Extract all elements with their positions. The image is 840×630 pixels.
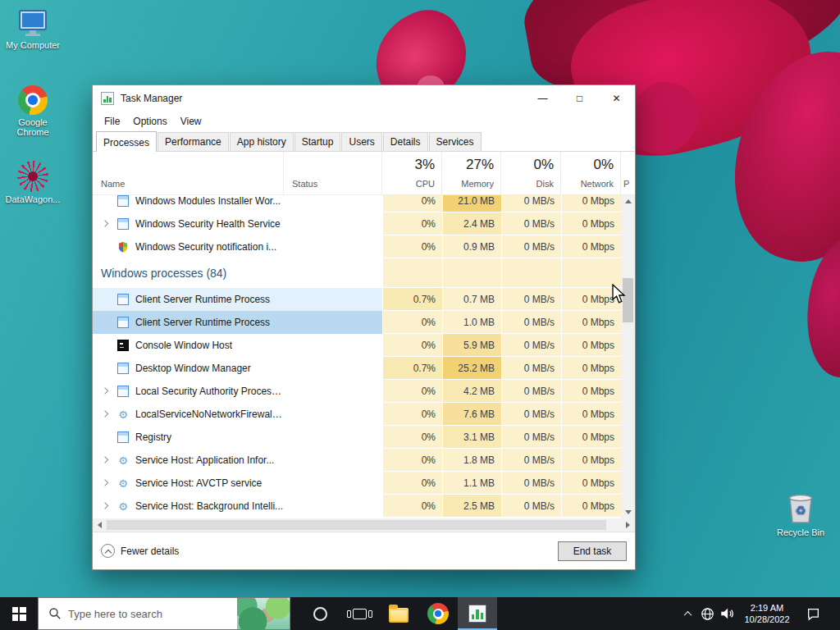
process-row[interactable]: Windows Security notification i... 0% 0.… bbox=[93, 235, 621, 258]
process-row[interactable]: LocalServiceNoNetworkFirewall ... 0% 7.6… bbox=[93, 403, 621, 426]
app-icon bbox=[117, 386, 129, 397]
process-row[interactable]: Windows Security Health Service 0% 2.4 M… bbox=[93, 212, 621, 235]
column-header-name[interactable]: Name bbox=[93, 152, 284, 194]
desktop-icon-my-computer[interactable]: My Computer bbox=[2, 8, 64, 50]
scroll-right-button[interactable] bbox=[621, 518, 635, 532]
column-header-memory[interactable]: 27% Memory bbox=[442, 152, 501, 194]
expand-chevron-icon[interactable] bbox=[102, 387, 108, 394]
tab-users[interactable]: Users bbox=[341, 132, 381, 151]
process-name: Local Security Authority Process... bbox=[135, 386, 284, 397]
network-tray-button[interactable] bbox=[697, 597, 717, 630]
expand-chevron-icon[interactable] bbox=[102, 479, 108, 486]
horizontal-scrollbar-thumb[interactable] bbox=[107, 520, 606, 530]
disk-cell: 0 MB/s bbox=[501, 449, 561, 472]
disk-cell: 0 MB/s bbox=[501, 235, 561, 258]
fewer-details-toggle[interactable]: Fewer details bbox=[101, 544, 179, 558]
memory-cell: 7.6 MB bbox=[442, 403, 501, 426]
tab-performance[interactable]: Performance bbox=[158, 132, 229, 151]
network-cell: 0 Mbps bbox=[561, 235, 621, 258]
cpu-cell: 0% bbox=[382, 195, 442, 212]
column-header-network[interactable]: 0% Network bbox=[561, 152, 621, 194]
tab-app-history[interactable]: App history bbox=[230, 132, 294, 151]
status-cell bbox=[284, 311, 382, 334]
column-header-status[interactable]: Status bbox=[284, 152, 382, 194]
task-manager-icon bbox=[468, 605, 486, 623]
taskbar-clock[interactable]: 2:19 AM 10/28/2022 bbox=[737, 602, 797, 625]
recycle-bin-icon: ♻ bbox=[769, 491, 832, 525]
disk-cell: 0 MB/s bbox=[501, 212, 561, 235]
disk-cell: 0 MB/s bbox=[501, 195, 561, 212]
column-header-cpu[interactable]: 3% CPU bbox=[382, 152, 442, 194]
process-row[interactable]: Service Host: Application Infor... 0% 1.… bbox=[93, 449, 621, 472]
process-name: Service Host: AVCTP service bbox=[135, 477, 262, 489]
disk-cell: 0 MB/s bbox=[501, 472, 561, 495]
process-row[interactable]: Desktop Window Manager 0.7% 25.2 MB 0 MB… bbox=[93, 357, 621, 380]
process-row-selected[interactable]: Client Server Runtime Process 0% 1.0 MB … bbox=[93, 311, 621, 334]
expand-chevron-icon[interactable] bbox=[102, 410, 108, 417]
disk-cell: 0 MB/s bbox=[501, 403, 561, 426]
desktop-icon-label: DataWagon... bbox=[2, 194, 64, 204]
title-bar[interactable]: Task Manager — □ ✕ bbox=[93, 85, 635, 112]
start-button[interactable] bbox=[0, 597, 38, 630]
cpu-cell: 0% bbox=[382, 235, 442, 258]
process-row[interactable]: Service Host: AVCTP service 0% 1.1 MB 0 … bbox=[93, 472, 621, 495]
search-input[interactable] bbox=[68, 608, 237, 620]
process-row[interactable]: Console Window Host 0% 5.9 MB 0 MB/s 0 M… bbox=[93, 334, 621, 357]
expand-chevron-icon[interactable] bbox=[102, 456, 108, 463]
menu-view[interactable]: View bbox=[174, 116, 208, 127]
memory-cell: 1.1 MB bbox=[442, 472, 501, 495]
scroll-down-button[interactable] bbox=[621, 506, 635, 518]
memory-cell: 0.7 MB bbox=[442, 288, 501, 311]
scroll-left-button[interactable] bbox=[93, 518, 107, 532]
desktop-icon-google-chrome[interactable]: Google Chrome bbox=[2, 85, 64, 137]
chrome-taskbar-button[interactable] bbox=[418, 597, 458, 630]
process-row[interactable]: Service Host: Background Intelli... 0% 2… bbox=[93, 495, 621, 518]
memory-cell: 0.9 MB bbox=[442, 235, 501, 258]
chevron-up-icon bbox=[683, 610, 692, 619]
desktop-icon-recycle-bin[interactable]: ♻ Recycle Bin bbox=[769, 491, 832, 537]
tab-processes[interactable]: Processes bbox=[96, 131, 157, 152]
search-icon bbox=[48, 607, 62, 620]
action-center-button[interactable] bbox=[797, 597, 829, 630]
menu-file[interactable]: File bbox=[98, 116, 126, 127]
volume-tray-button[interactable] bbox=[717, 597, 737, 630]
process-row[interactable]: Client Server Runtime Process 0.7% 0.7 M… bbox=[93, 288, 621, 311]
desktop-icon-datawagon[interactable]: DataWagon... bbox=[2, 161, 64, 204]
tab-services[interactable]: Services bbox=[429, 132, 482, 151]
network-cell: 0 Mbps bbox=[561, 495, 621, 518]
cortana-button[interactable] bbox=[300, 597, 340, 630]
minimize-button[interactable]: — bbox=[524, 85, 561, 112]
expand-chevron-icon[interactable] bbox=[102, 502, 108, 509]
tab-details[interactable]: Details bbox=[383, 132, 428, 151]
taskbar: 2:19 AM 10/28/2022 bbox=[0, 597, 840, 630]
memory-cell: 2.5 MB bbox=[442, 495, 501, 518]
task-manager-taskbar-button[interactable] bbox=[458, 597, 497, 630]
show-hidden-icons-button[interactable] bbox=[678, 597, 697, 630]
status-cell bbox=[284, 334, 382, 357]
process-row[interactable]: Windows Modules Installer Wor... 0% 21.0… bbox=[93, 195, 621, 212]
file-explorer-button[interactable] bbox=[379, 597, 418, 630]
taskbar-search[interactable] bbox=[38, 597, 290, 630]
status-cell bbox=[284, 380, 382, 403]
column-header-disk[interactable]: 0% Disk bbox=[501, 152, 561, 194]
datawagon-icon bbox=[2, 161, 64, 192]
process-row[interactable]: Local Security Authority Process... 0% 4… bbox=[93, 380, 621, 403]
scroll-up-button[interactable] bbox=[621, 195, 635, 208]
process-row[interactable]: Registry 0% 3.1 MB 0 MB/s 0 Mbps bbox=[93, 426, 621, 449]
network-cell: 0 Mbps bbox=[561, 472, 621, 495]
network-cell: 0 Mbps bbox=[561, 195, 621, 212]
menu-options[interactable]: Options bbox=[126, 116, 173, 127]
horizontal-scrollbar[interactable] bbox=[93, 518, 635, 532]
mouse-cursor bbox=[610, 284, 628, 305]
expand-chevron-icon[interactable] bbox=[102, 220, 108, 226]
maximize-button[interactable]: □ bbox=[561, 85, 598, 112]
disk-total-usage: 0% bbox=[501, 152, 560, 175]
vertical-scrollbar[interactable] bbox=[621, 195, 635, 518]
network-cell: 0 Mbps bbox=[561, 380, 621, 403]
close-button[interactable]: ✕ bbox=[598, 85, 635, 112]
gear-icon bbox=[117, 500, 129, 512]
task-view-button[interactable] bbox=[340, 597, 379, 630]
end-task-button[interactable]: End task bbox=[558, 541, 627, 561]
tab-startup[interactable]: Startup bbox=[294, 132, 341, 151]
cpu-total-usage: 3% bbox=[382, 152, 441, 175]
